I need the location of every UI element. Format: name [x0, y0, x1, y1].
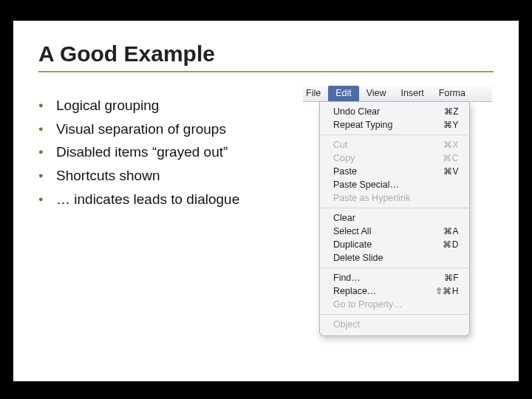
menu-separator [320, 314, 469, 315]
bullet-text: Disabled items “grayed out” [56, 143, 228, 162]
menu-item-copy[interactable]: Copy ⌘C [320, 151, 469, 165]
menu-item-label: Clear [333, 213, 355, 223]
menu-screenshot: File Edit View Insert Forma Undo Clear ⌘… [303, 86, 492, 336]
bullet-text: Shortcuts shown [56, 166, 160, 185]
menu-item-paste[interactable]: Paste ⌘V [320, 165, 469, 178]
menubar-item-file[interactable]: File [303, 86, 328, 101]
menubar: File Edit View Insert Forma [303, 86, 492, 102]
menu-item-label: Copy [333, 153, 355, 163]
menu-item-label: Undo Clear [333, 106, 380, 117]
menu-item-shortcut: ⌘V [443, 166, 459, 177]
menu-item-label: Repeat Typing [333, 120, 392, 130]
menu-item-shortcut: ⌘X [443, 140, 459, 150]
menu-item-label: Paste as Hyperlink [333, 193, 410, 203]
menu-item-label: Select All [333, 226, 371, 236]
menubar-item-insert[interactable]: Insert [394, 86, 432, 101]
menu-item-repeat[interactable]: Repeat Typing ⌘Y [320, 118, 469, 132]
list-item: ●Disabled items “grayed out” [38, 143, 264, 162]
bullet-icon: ● [38, 143, 56, 162]
menu-item-delete-slide[interactable]: Delete Slide [320, 251, 469, 265]
menu-separator [320, 208, 469, 208]
menu-item-find[interactable]: Find… ⌘F [320, 271, 469, 284]
menu-item-label: Cut [333, 140, 347, 150]
menu-item-undo[interactable]: Undo Clear ⌘Z [320, 105, 469, 118]
menu-item-label: Find… [333, 273, 361, 283]
menu-item-shortcut: ⌘Y [443, 120, 459, 130]
menu-item-label: Paste Special… [333, 180, 399, 190]
menu-item-shortcut: ⌘C [443, 153, 459, 163]
list-item: ●Visual separation of groups [38, 120, 264, 139]
menu-item-object[interactable]: Object [320, 318, 469, 331]
menubar-item-view[interactable]: View [359, 86, 394, 101]
list-item: ●Shortcuts shown [38, 166, 264, 185]
menu-item-label: Object [333, 319, 360, 330]
edit-dropdown: Undo Clear ⌘Z Repeat Typing ⌘Y Cut ⌘X Co… [319, 102, 470, 336]
menu-item-label: Duplicate [333, 239, 372, 250]
bullet-icon: ● [38, 120, 56, 139]
bullet-list: ●Logical grouping ●Visual separation of … [38, 92, 264, 213]
menu-item-label: Delete Slide [333, 253, 383, 263]
menu-item-replace[interactable]: Replace… ⇧⌘H [320, 284, 469, 298]
menu-item-label: Go to Property… [333, 299, 403, 310]
bullet-text: Visual separation of groups [56, 120, 226, 139]
menu-item-go-to-property[interactable]: Go to Property… [320, 298, 469, 311]
slide-title: A Good Example [38, 41, 494, 66]
bullet-icon: ● [38, 96, 56, 115]
menu-item-label: Replace… [333, 286, 376, 296]
title-underline [38, 71, 494, 72]
bullet-icon: ● [38, 166, 56, 185]
menu-item-paste-hyperlink[interactable]: Paste as Hyperlink [320, 191, 469, 205]
menu-item-select-all[interactable]: Select All ⌘A [320, 225, 469, 238]
menu-item-shortcut: ⌘Z [444, 106, 459, 117]
menu-item-paste-special[interactable]: Paste Special… [320, 178, 469, 191]
menubar-item-format[interactable]: Forma [432, 86, 473, 101]
menu-item-label: Paste [333, 166, 357, 177]
bullet-text: … indicates leads to dialogue [56, 190, 239, 209]
menu-item-shortcut: ⌘A [443, 226, 459, 236]
menu-item-cut[interactable]: Cut ⌘X [320, 138, 469, 151]
list-item: ●… indicates leads to dialogue [38, 190, 264, 209]
menu-item-duplicate[interactable]: Duplicate ⌘D [320, 238, 469, 251]
list-item: ●Logical grouping [38, 96, 264, 115]
menu-separator [320, 267, 469, 268]
menu-item-shortcut: ⌘D [443, 239, 459, 250]
bullet-text: Logical grouping [56, 96, 159, 115]
menu-separator [320, 134, 469, 135]
menubar-item-edit[interactable]: Edit [328, 86, 359, 101]
menu-item-shortcut: ⇧⌘H [435, 286, 459, 296]
bullet-icon: ● [38, 190, 56, 209]
slide: A Good Example ●Logical grouping ●Visual… [13, 21, 519, 381]
menu-item-clear[interactable]: Clear [320, 211, 469, 225]
menu-item-shortcut: ⌘F [444, 273, 459, 283]
